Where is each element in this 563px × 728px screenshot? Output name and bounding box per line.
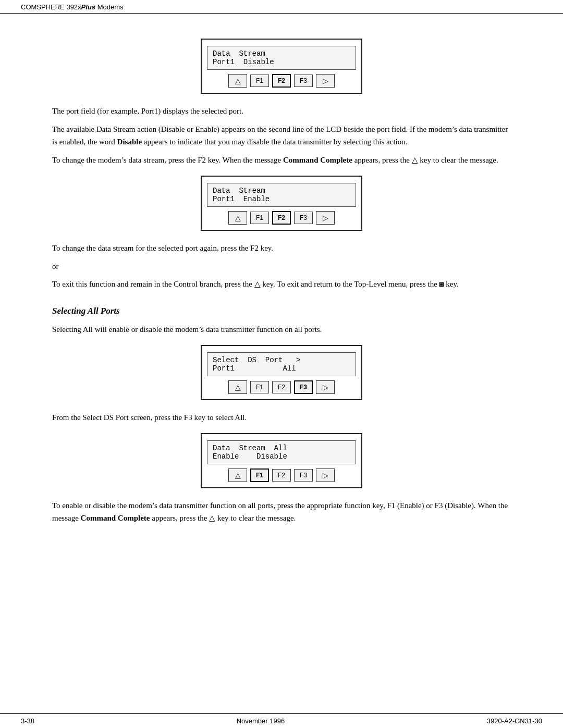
para-2-bold: Disable xyxy=(117,138,142,146)
lcd-screen-3: Select DS Port > Port1 All xyxy=(207,352,356,376)
lcd-screen-4: Data Stream All Enable Disable xyxy=(207,440,356,464)
footer-center: November 1996 xyxy=(237,717,285,725)
para-4: To change the data stream for the select… xyxy=(52,242,511,254)
lcd-screen-3-line1: Select DS Port > xyxy=(213,356,350,364)
lcd-1-buttons: △ F1 F2 F3 ▷ xyxy=(207,74,356,88)
lcd-screen-2-line1: Data Stream xyxy=(213,187,350,195)
para-1: The port field (for example, Port1) disp… xyxy=(52,105,511,117)
lcd-3-btn-f2[interactable]: F2 xyxy=(272,381,291,393)
lcd-screen-2: Data Stream Port1 Enable xyxy=(207,183,356,207)
lcd-device-2-wrap: Data Stream Port1 Enable △ F1 F2 F3 ▷ xyxy=(52,176,511,231)
para-8: To enable or disable the modem’s data tr… xyxy=(52,500,511,524)
lcd-3-btn-f3[interactable]: F3 xyxy=(294,380,313,394)
lcd-2-buttons: △ F1 F2 F3 ▷ xyxy=(207,211,356,225)
lcd-device-1: Data Stream Port1 Disable △ F1 F2 F3 ▷ xyxy=(201,39,362,94)
lcd-3-btn-left-arrow[interactable]: △ xyxy=(228,380,247,394)
para-5: To exit this function and remain in the … xyxy=(52,278,511,290)
page-footer: 3-38 November 1996 3920-A2-GN31-30 xyxy=(0,713,563,728)
lcd-screen-4-line2: Enable Disable xyxy=(213,452,350,461)
lcd-4-btn-f1[interactable]: F1 xyxy=(250,468,269,482)
lcd-screen-1-line2: Port1 Disable xyxy=(213,58,350,66)
footer-left: 3-38 xyxy=(21,717,34,725)
lcd-4-buttons: △ F1 F2 F3 ▷ xyxy=(207,468,356,482)
lcd-1-btn-right-arrow[interactable]: ▷ xyxy=(316,74,335,88)
para-2: The available Data Stream action (Disabl… xyxy=(52,124,511,148)
lcd-screen-1-line1: Data Stream xyxy=(213,50,350,58)
lcd-1-btn-f2[interactable]: F2 xyxy=(272,74,291,88)
lcd-device-4-wrap: Data Stream All Enable Disable △ F1 F2 F… xyxy=(52,433,511,488)
lcd-device-3: Select DS Port > Port1 All △ F1 F2 F3 ▷ xyxy=(201,345,362,400)
section-heading: Selecting All Ports xyxy=(52,306,511,316)
page: COMSPHERE 392xPlus Modems Data Stream Po… xyxy=(0,0,563,728)
para-7: From the Select DS Port screen, press th… xyxy=(52,412,511,424)
main-content: Data Stream Port1 Disable △ F1 F2 F3 ▷ T… xyxy=(0,14,563,551)
lcd-2-btn-f2[interactable]: F2 xyxy=(272,211,291,225)
lcd-device-1-wrap: Data Stream Port1 Disable △ F1 F2 F3 ▷ xyxy=(52,39,511,94)
lcd-device-3-wrap: Select DS Port > Port1 All △ F1 F2 F3 ▷ xyxy=(52,345,511,400)
lcd-screen-3-line2: Port1 All xyxy=(213,364,350,373)
lcd-1-btn-f1[interactable]: F1 xyxy=(250,75,269,87)
lcd-3-btn-f1[interactable]: F1 xyxy=(250,381,269,393)
lcd-2-btn-left-arrow[interactable]: △ xyxy=(228,211,247,225)
footer-right: 3920-A2-GN31-30 xyxy=(487,717,542,725)
lcd-1-btn-f3[interactable]: F3 xyxy=(294,75,313,87)
para-3: To change the modem’s data stream, press… xyxy=(52,154,511,166)
lcd-3-btn-right-arrow[interactable]: ▷ xyxy=(316,380,335,394)
lcd-screen-1: Data Stream Port1 Disable xyxy=(207,46,356,70)
lcd-device-2: Data Stream Port1 Enable △ F1 F2 F3 ▷ xyxy=(201,176,362,231)
lcd-4-btn-right-arrow[interactable]: ▷ xyxy=(316,468,335,482)
lcd-3-buttons: △ F1 F2 F3 ▷ xyxy=(207,380,356,394)
lcd-2-btn-f3[interactable]: F3 xyxy=(294,212,313,224)
lcd-4-btn-left-arrow[interactable]: △ xyxy=(228,468,247,482)
lcd-2-btn-right-arrow[interactable]: ▷ xyxy=(316,211,335,225)
para-or: or xyxy=(52,261,511,273)
lcd-4-btn-f2[interactable]: F2 xyxy=(272,469,291,482)
lcd-screen-4-line1: Data Stream All xyxy=(213,444,350,452)
lcd-1-btn-left-arrow[interactable]: △ xyxy=(228,74,247,88)
page-header: COMSPHERE 392xPlus Modems xyxy=(0,0,563,14)
lcd-screen-2-line2: Port1 Enable xyxy=(213,195,350,203)
para-2-suffix: appears to indicate that you may disable… xyxy=(142,138,407,146)
lcd-4-btn-f3[interactable]: F3 xyxy=(294,469,313,482)
para-6: Selecting All will enable or disable the… xyxy=(52,324,511,336)
lcd-2-btn-f1[interactable]: F1 xyxy=(250,212,269,224)
lcd-device-4: Data Stream All Enable Disable △ F1 F2 F… xyxy=(201,433,362,488)
